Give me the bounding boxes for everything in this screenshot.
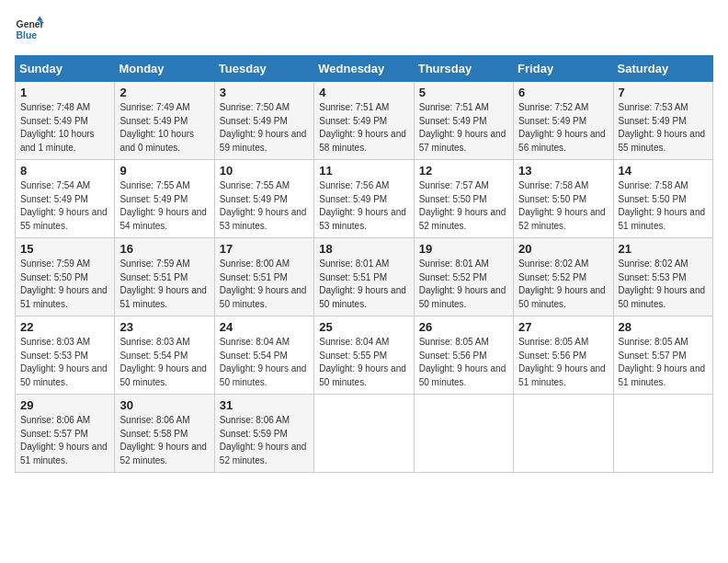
day-cell-22: 22 Sunrise: 8:03 AMSunset: 5:53 PMDaylig… — [16, 316, 115, 395]
day-cell-23: 23 Sunrise: 8:03 AMSunset: 5:54 PMDaylig… — [115, 316, 214, 395]
week-row-3: 22 Sunrise: 8:03 AMSunset: 5:53 PMDaylig… — [16, 316, 713, 395]
col-header-tuesday: Tuesday — [214, 56, 313, 82]
day-cell-15: 15 Sunrise: 7:59 AMSunset: 5:50 PMDaylig… — [16, 238, 115, 316]
day-cell-10: 10 Sunrise: 7:55 AMSunset: 5:49 PMDaylig… — [214, 160, 313, 238]
day-info: Sunrise: 7:58 AMSunset: 5:50 PMDaylight:… — [518, 180, 606, 231]
day-cell-17: 17 Sunrise: 8:00 AMSunset: 5:51 PMDaylig… — [214, 238, 313, 316]
day-cell-25: 25 Sunrise: 8:04 AMSunset: 5:55 PMDaylig… — [314, 316, 414, 395]
day-cell-6: 6 Sunrise: 7:52 AMSunset: 5:49 PMDayligh… — [514, 82, 613, 160]
week-row-1: 8 Sunrise: 7:54 AMSunset: 5:49 PMDayligh… — [16, 160, 713, 238]
day-info: Sunrise: 8:06 AMSunset: 5:59 PMDaylight:… — [220, 415, 307, 465]
day-info: Sunrise: 7:54 AMSunset: 5:49 PMDaylight:… — [20, 180, 108, 231]
col-header-monday: Monday — [115, 56, 214, 82]
day-info: Sunrise: 7:52 AMSunset: 5:49 PMDaylight:… — [518, 102, 606, 153]
day-number: 2 — [119, 86, 209, 99]
col-header-sunday: Sunday — [16, 56, 115, 82]
day-number: 4 — [319, 86, 408, 99]
day-number: 18 — [319, 242, 408, 256]
logo: General Blue — [15, 15, 48, 44]
calendar-table: SundayMondayTuesdayWednesdayThursdayFrid… — [15, 55, 713, 473]
empty-cell — [314, 395, 414, 473]
day-number: 20 — [518, 242, 608, 256]
col-header-wednesday: Wednesday — [314, 56, 414, 82]
day-info: Sunrise: 8:05 AMSunset: 5:56 PMDaylight:… — [518, 337, 606, 387]
empty-cell — [613, 395, 712, 473]
empty-cell — [414, 395, 513, 473]
day-cell-24: 24 Sunrise: 8:04 AMSunset: 5:54 PMDaylig… — [214, 316, 313, 395]
week-row-4: 29 Sunrise: 8:06 AMSunset: 5:57 PMDaylig… — [16, 395, 713, 473]
col-header-friday: Friday — [514, 56, 613, 82]
day-number: 11 — [319, 164, 408, 178]
day-info: Sunrise: 7:51 AMSunset: 5:49 PMDaylight:… — [419, 102, 506, 153]
day-cell-13: 13 Sunrise: 7:58 AMSunset: 5:50 PMDaylig… — [514, 160, 613, 238]
day-cell-20: 20 Sunrise: 8:02 AMSunset: 5:52 PMDaylig… — [514, 238, 613, 316]
page-header: General Blue — [15, 15, 713, 44]
day-info: Sunrise: 7:59 AMSunset: 5:50 PMDaylight:… — [20, 259, 108, 309]
day-cell-18: 18 Sunrise: 8:01 AMSunset: 5:51 PMDaylig… — [314, 238, 414, 316]
day-info: Sunrise: 8:01 AMSunset: 5:51 PMDaylight:… — [319, 259, 406, 309]
svg-text:Blue: Blue — [17, 30, 38, 40]
day-cell-5: 5 Sunrise: 7:51 AMSunset: 5:49 PMDayligh… — [414, 82, 513, 160]
day-number: 9 — [119, 164, 209, 178]
day-number: 28 — [619, 320, 708, 334]
day-cell-28: 28 Sunrise: 8:05 AMSunset: 5:57 PMDaylig… — [613, 316, 712, 395]
day-info: Sunrise: 8:04 AMSunset: 5:54 PMDaylight:… — [220, 337, 307, 387]
day-info: Sunrise: 7:57 AMSunset: 5:50 PMDaylight:… — [419, 180, 506, 231]
day-number: 21 — [619, 242, 708, 256]
day-cell-2: 2 Sunrise: 7:49 AMSunset: 5:49 PMDayligh… — [115, 82, 214, 160]
day-info: Sunrise: 8:02 AMSunset: 5:53 PMDaylight:… — [619, 259, 706, 309]
day-number: 29 — [20, 398, 109, 412]
day-number: 7 — [619, 86, 708, 99]
day-number: 30 — [119, 398, 209, 412]
day-number: 23 — [119, 320, 209, 334]
day-info: Sunrise: 8:05 AMSunset: 5:56 PMDaylight:… — [419, 337, 506, 387]
day-info: Sunrise: 7:58 AMSunset: 5:50 PMDaylight:… — [619, 180, 706, 231]
week-row-2: 15 Sunrise: 7:59 AMSunset: 5:50 PMDaylig… — [16, 238, 713, 316]
day-cell-27: 27 Sunrise: 8:05 AMSunset: 5:56 PMDaylig… — [514, 316, 613, 395]
empty-cell — [514, 395, 613, 473]
col-header-saturday: Saturday — [613, 56, 712, 82]
day-info: Sunrise: 8:06 AMSunset: 5:58 PMDaylight:… — [119, 415, 207, 465]
day-info: Sunrise: 8:03 AMSunset: 5:54 PMDaylight:… — [119, 337, 207, 387]
day-number: 24 — [220, 320, 309, 334]
day-number: 14 — [619, 164, 708, 178]
day-info: Sunrise: 8:04 AMSunset: 5:55 PMDaylight:… — [319, 337, 406, 387]
day-info: Sunrise: 8:02 AMSunset: 5:52 PMDaylight:… — [518, 259, 606, 309]
svg-marker-2 — [37, 17, 42, 21]
day-cell-16: 16 Sunrise: 7:59 AMSunset: 5:51 PMDaylig… — [115, 238, 214, 316]
day-cell-1: 1 Sunrise: 7:48 AMSunset: 5:49 PMDayligh… — [16, 82, 115, 160]
day-number: 10 — [220, 164, 309, 178]
day-number: 31 — [220, 398, 309, 412]
logo-icon: General Blue — [15, 15, 44, 44]
day-number: 13 — [518, 164, 608, 178]
day-info: Sunrise: 7:56 AMSunset: 5:49 PMDaylight:… — [319, 180, 406, 231]
day-number: 8 — [20, 164, 109, 178]
day-cell-11: 11 Sunrise: 7:56 AMSunset: 5:49 PMDaylig… — [314, 160, 414, 238]
day-number: 12 — [419, 164, 508, 178]
day-cell-29: 29 Sunrise: 8:06 AMSunset: 5:57 PMDaylig… — [16, 395, 115, 473]
day-info: Sunrise: 7:48 AMSunset: 5:49 PMDaylight:… — [20, 102, 95, 153]
day-number: 26 — [419, 320, 508, 334]
day-number: 25 — [319, 320, 408, 334]
day-cell-21: 21 Sunrise: 8:02 AMSunset: 5:53 PMDaylig… — [613, 238, 712, 316]
day-info: Sunrise: 7:53 AMSunset: 5:49 PMDaylight:… — [619, 102, 706, 153]
day-number: 16 — [119, 242, 209, 256]
day-info: Sunrise: 8:05 AMSunset: 5:57 PMDaylight:… — [619, 337, 706, 387]
day-info: Sunrise: 7:55 AMSunset: 5:49 PMDaylight:… — [119, 180, 207, 231]
day-number: 3 — [220, 86, 309, 99]
day-number: 5 — [419, 86, 508, 99]
day-cell-8: 8 Sunrise: 7:54 AMSunset: 5:49 PMDayligh… — [16, 160, 115, 238]
day-number: 27 — [518, 320, 608, 334]
day-info: Sunrise: 7:50 AMSunset: 5:49 PMDaylight:… — [220, 102, 307, 153]
day-cell-26: 26 Sunrise: 8:05 AMSunset: 5:56 PMDaylig… — [414, 316, 513, 395]
day-cell-14: 14 Sunrise: 7:58 AMSunset: 5:50 PMDaylig… — [613, 160, 712, 238]
day-info: Sunrise: 7:59 AMSunset: 5:51 PMDaylight:… — [119, 259, 207, 309]
day-cell-30: 30 Sunrise: 8:06 AMSunset: 5:58 PMDaylig… — [115, 395, 214, 473]
day-info: Sunrise: 7:55 AMSunset: 5:49 PMDaylight:… — [220, 180, 307, 231]
day-cell-7: 7 Sunrise: 7:53 AMSunset: 5:49 PMDayligh… — [613, 82, 712, 160]
day-number: 1 — [20, 86, 109, 99]
day-info: Sunrise: 7:49 AMSunset: 5:49 PMDaylight:… — [119, 102, 194, 153]
day-number: 22 — [20, 320, 109, 334]
day-cell-4: 4 Sunrise: 7:51 AMSunset: 5:49 PMDayligh… — [314, 82, 414, 160]
day-cell-31: 31 Sunrise: 8:06 AMSunset: 5:59 PMDaylig… — [214, 395, 313, 473]
